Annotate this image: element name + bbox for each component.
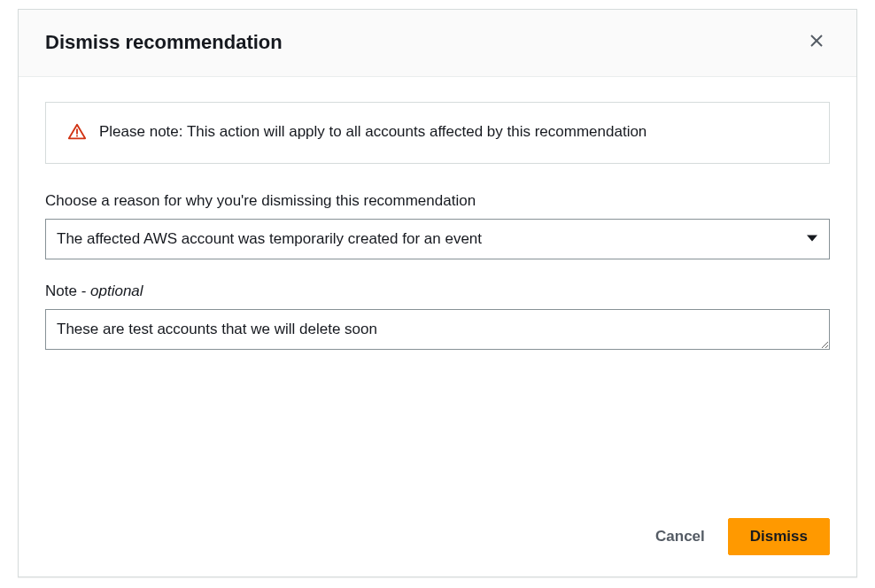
- modal-body: Please note: This action will apply to a…: [19, 77, 856, 502]
- note-label-prefix: Note -: [45, 282, 90, 299]
- alert-text: Please note: This action will apply to a…: [99, 120, 647, 143]
- close-button[interactable]: [803, 27, 830, 57]
- reason-label: Choose a reason for why you're dismissin…: [45, 192, 830, 210]
- close-icon: [809, 33, 825, 51]
- note-label: Note - optional: [45, 282, 830, 300]
- note-form-group: Note - optional: [45, 282, 830, 353]
- note-label-optional: optional: [90, 282, 143, 299]
- reason-select-wrapper: The affected AWS account was temporarily…: [45, 219, 830, 259]
- dismiss-recommendation-modal: Dismiss recommendation Please note: This…: [18, 9, 857, 577]
- modal-footer: Cancel Dismiss: [19, 502, 856, 576]
- warning-triangle-icon: [67, 122, 87, 145]
- reason-form-group: Choose a reason for why you're dismissin…: [45, 192, 830, 259]
- reason-select[interactable]: The affected AWS account was temporarily…: [45, 219, 830, 259]
- svg-point-3: [76, 135, 78, 137]
- note-textarea[interactable]: [45, 309, 830, 350]
- modal-title: Dismiss recommendation: [45, 31, 283, 54]
- modal-header: Dismiss recommendation: [19, 10, 856, 77]
- alert-box: Please note: This action will apply to a…: [45, 102, 830, 164]
- cancel-button[interactable]: Cancel: [652, 519, 709, 554]
- dismiss-button[interactable]: Dismiss: [728, 518, 830, 555]
